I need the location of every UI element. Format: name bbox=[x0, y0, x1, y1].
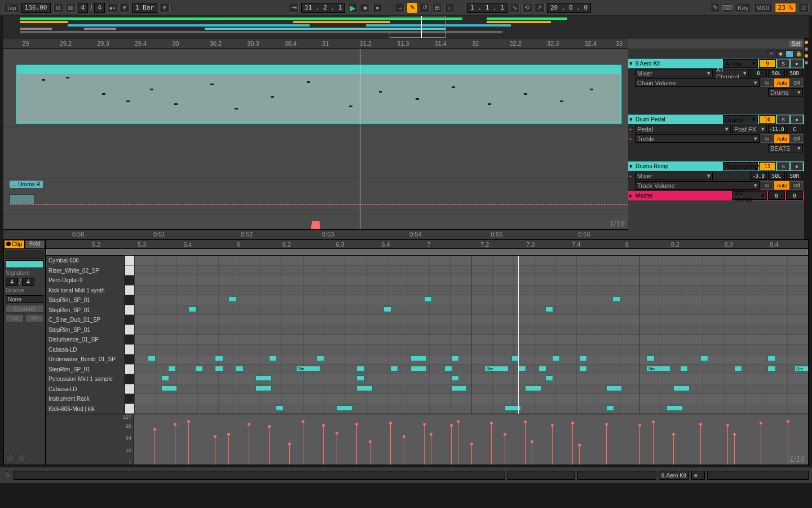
midi-note[interactable] bbox=[451, 356, 459, 361]
song-position[interactable]: 31 . 2 . 1 bbox=[301, 3, 345, 13]
return-button[interactable] bbox=[805, 47, 808, 51]
nudge-up-button[interactable] bbox=[65, 3, 76, 13]
piano-key[interactable] bbox=[125, 345, 134, 355]
midi-note[interactable] bbox=[545, 375, 553, 381]
midi-note[interactable] bbox=[356, 366, 364, 371]
master-pan[interactable]: 0 bbox=[786, 191, 803, 200]
track-fold-icon[interactable]: ▾ bbox=[629, 60, 633, 67]
metronome-toggle[interactable]: ●• bbox=[107, 3, 117, 13]
device-slot[interactable] bbox=[508, 471, 575, 480]
midi-note[interactable] bbox=[424, 296, 432, 302]
midi-ruler[interactable]: 5.2 5.3 5.4 6 6.2 6.3 6.4 7 7.2 7.3 7.4 … bbox=[46, 240, 808, 249]
mixer-button[interactable] bbox=[805, 54, 808, 58]
midi-note[interactable] bbox=[255, 375, 272, 381]
midi-note[interactable] bbox=[316, 356, 324, 361]
audio-clip[interactable] bbox=[10, 194, 34, 204]
clip-sig-num[interactable] bbox=[6, 278, 18, 286]
velocity-stem[interactable] bbox=[155, 430, 155, 465]
drum-row-label[interactable]: StepRim_SP_01 bbox=[46, 325, 125, 335]
device-nav-icon[interactable]: ≡ bbox=[691, 471, 705, 480]
note-grid[interactable]: SteSteSteSte bbox=[134, 256, 808, 414]
midi-note[interactable] bbox=[255, 386, 272, 391]
commit-button[interactable]: Commit bbox=[6, 305, 43, 313]
clip-color-field[interactable] bbox=[6, 260, 43, 268]
clip-sig-den[interactable] bbox=[22, 278, 34, 286]
track-name[interactable]: Drums Rsmp bbox=[634, 163, 722, 169]
nudge-down-button[interactable] bbox=[53, 3, 63, 13]
midi-note[interactable] bbox=[552, 356, 560, 361]
drum-row-label[interactable]: Disturbance_01_SP bbox=[46, 335, 125, 345]
monitor-auto[interactable]: Auto bbox=[774, 134, 789, 143]
midi-note[interactable] bbox=[383, 306, 391, 312]
pan-l[interactable]: 50L bbox=[768, 172, 785, 180]
clip-option-a-icon[interactable] bbox=[6, 454, 15, 463]
record-button[interactable]: ● bbox=[372, 3, 382, 13]
capture-button[interactable]: ⊞ bbox=[432, 3, 442, 13]
midi-note[interactable] bbox=[161, 386, 178, 391]
midi-note[interactable] bbox=[195, 366, 203, 371]
stop-button[interactable]: ■ bbox=[360, 3, 370, 13]
drum-row-label[interactable]: Instrument Rack bbox=[46, 394, 125, 404]
track-activator[interactable]: 11 bbox=[759, 162, 776, 170]
drum-row-label[interactable]: Cabasa-LD bbox=[46, 345, 125, 355]
midi-note[interactable] bbox=[673, 386, 690, 391]
volume-value[interactable]: -11.0 bbox=[768, 125, 785, 133]
midi-note[interactable] bbox=[411, 356, 427, 361]
track-activator[interactable]: 9 bbox=[759, 59, 776, 68]
velocity-editor[interactable]: 127 96 64 32 1 1/16 bbox=[46, 414, 808, 465]
midi-note[interactable] bbox=[337, 405, 353, 411]
velocity-stem[interactable] bbox=[579, 445, 580, 465]
piano-key[interactable] bbox=[125, 256, 134, 266]
param-dropdown[interactable]: Pedal▾ bbox=[635, 125, 731, 133]
midi-note[interactable] bbox=[411, 366, 427, 371]
midi-note[interactable] bbox=[767, 366, 775, 371]
input-dropdown[interactable]: Resampling▾ bbox=[723, 162, 758, 170]
punch-in-button[interactable]: ↘ bbox=[510, 3, 520, 13]
solo-button[interactable]: S bbox=[777, 115, 789, 124]
track-fold-icon[interactable]: ▸ bbox=[629, 192, 633, 199]
play-button[interactable]: ▶ bbox=[347, 3, 358, 13]
velocity-stem[interactable] bbox=[700, 424, 701, 465]
midi-note[interactable] bbox=[215, 366, 223, 371]
piano-key[interactable] bbox=[125, 315, 134, 325]
solo-button[interactable]: S bbox=[777, 59, 789, 68]
piano-key[interactable] bbox=[125, 404, 134, 414]
monitor-in[interactable]: In bbox=[761, 134, 773, 143]
velocity-stem[interactable] bbox=[458, 422, 458, 465]
midi-note[interactable] bbox=[228, 296, 236, 302]
velocity-stem[interactable] bbox=[289, 444, 290, 465]
bar-ruler[interactable]: 29 29.2 29.3 29.4 30 30.2 30.3 30.4 31 3… bbox=[3, 38, 628, 49]
midi-note[interactable] bbox=[525, 386, 541, 391]
sig-denominator[interactable]: 4 bbox=[94, 3, 105, 13]
monitor-off[interactable]: Off bbox=[791, 78, 803, 87]
midi-note[interactable] bbox=[539, 366, 546, 371]
velocity-stem[interactable] bbox=[525, 422, 526, 465]
pan-l[interactable]: 50L bbox=[768, 69, 785, 77]
velocity-stem[interactable] bbox=[734, 435, 735, 465]
midi-note[interactable] bbox=[646, 356, 654, 361]
piano-key[interactable] bbox=[125, 354, 134, 365]
drum-row-label[interactable]: Percussion Mkit 1 sample bbox=[46, 374, 125, 384]
clip-name-field[interactable] bbox=[6, 251, 43, 259]
velocity-stem[interactable] bbox=[228, 435, 229, 465]
midi-note[interactable] bbox=[161, 375, 169, 381]
midi-note[interactable]: Ste bbox=[795, 366, 808, 371]
velocity-stem[interactable] bbox=[215, 437, 215, 465]
velocity-stem[interactable] bbox=[337, 433, 337, 465]
midi-map-button[interactable]: MIDI bbox=[753, 3, 772, 13]
midi-note[interactable] bbox=[545, 306, 553, 312]
piano-key[interactable] bbox=[125, 295, 134, 305]
automation-line[interactable] bbox=[10, 204, 628, 205]
output-dropdown[interactable]: BEATS▾ bbox=[768, 144, 803, 152]
drum-row-label[interactable]: Perc-Digital-9 bbox=[46, 275, 125, 286]
chain-dropdown[interactable]: Chain Volume▾ bbox=[635, 78, 760, 87]
next-clip-button[interactable]: >> bbox=[25, 314, 43, 322]
arm-button[interactable]: ● bbox=[791, 59, 803, 68]
arrangement-tracks[interactable]: ... Drums R 1/16 bbox=[3, 49, 628, 229]
midi-note[interactable] bbox=[700, 356, 708, 361]
velocity-stem[interactable] bbox=[323, 426, 324, 465]
velocity-stem[interactable] bbox=[431, 435, 431, 465]
velocity-stem[interactable] bbox=[639, 426, 640, 465]
velocity-stem[interactable] bbox=[572, 423, 573, 465]
follow-button[interactable]: ⇥ bbox=[289, 3, 299, 13]
